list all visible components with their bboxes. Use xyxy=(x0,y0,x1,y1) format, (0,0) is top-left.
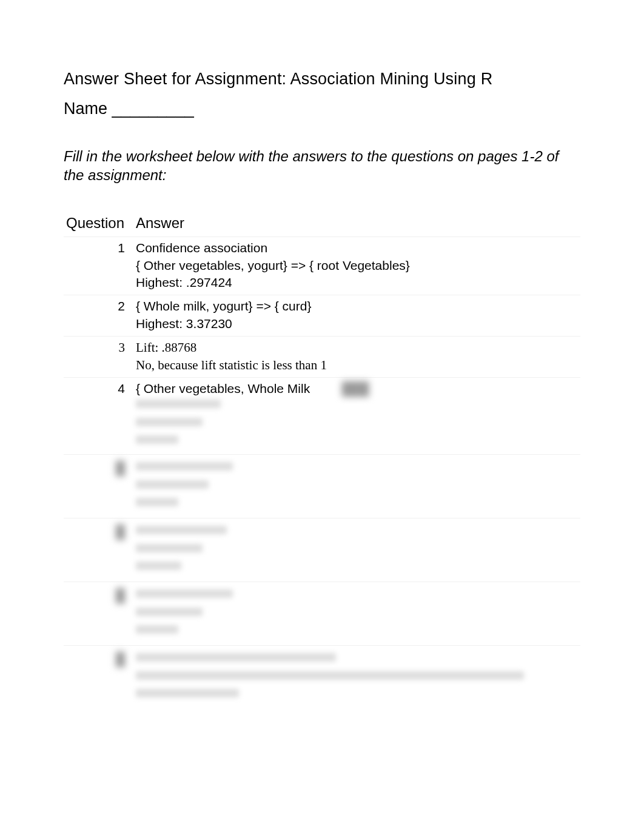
table-row: 2 { Whole milk, yogurt} => { curd} Highe… xyxy=(64,295,580,337)
answer-text: { Other vegetables, Whole Milk xyxy=(136,381,310,395)
answer-line: { Whole milk, yogurt} => { curd} xyxy=(136,298,575,315)
answer-line: Highest: 3.37230 xyxy=(136,315,575,332)
obscured-line xyxy=(136,605,575,623)
obscured-line xyxy=(136,669,575,686)
answer-line: Highest: .297424 xyxy=(136,274,575,291)
answers-table: Question Answer 1 Confidence association… xyxy=(64,211,580,709)
answer-cell: Confidence association { Other vegetable… xyxy=(133,237,580,295)
table-row: █ xyxy=(64,455,580,518)
obscured-line xyxy=(136,651,575,668)
obscured-line xyxy=(136,559,575,577)
answer-cell xyxy=(133,582,580,646)
name-field-label: Name _________ xyxy=(64,99,580,118)
answer-cell xyxy=(133,455,580,518)
answer-cell xyxy=(133,646,580,709)
obscured-text: ███ xyxy=(314,381,369,395)
obscured-line xyxy=(136,523,575,541)
obscured-line xyxy=(136,686,575,704)
page-title: Answer Sheet for Assignment: Association… xyxy=(64,70,580,89)
answer-cell: { Other vegetables, Whole Milk ███ xyxy=(133,377,580,454)
question-number: █ xyxy=(64,455,133,518)
table-row: █ xyxy=(64,582,580,646)
table-row: █ xyxy=(64,646,580,709)
header-question: Question xyxy=(64,211,133,237)
answer-line: { Other vegetables, Whole Milk ███ xyxy=(136,380,575,397)
table-row: █ xyxy=(64,518,580,582)
question-number: 1 xyxy=(64,237,133,295)
obscured-line xyxy=(136,623,575,640)
instructions-text: Fill in the worksheet below with the ans… xyxy=(64,147,580,184)
answer-line: Confidence association xyxy=(136,240,575,257)
answer-line: { Other vegetables, yogurt} => { root Ve… xyxy=(136,257,575,274)
obscured-line xyxy=(136,460,575,477)
answer-cell: { Whole milk, yogurt} => { curd} Highest… xyxy=(133,295,580,337)
question-number: █ xyxy=(64,518,133,582)
obscured-line xyxy=(136,415,575,433)
table-row: 1 Confidence association { Other vegetab… xyxy=(64,237,580,295)
question-number: █ xyxy=(64,646,133,709)
question-number: █ xyxy=(64,582,133,646)
answer-line: No, because lift statistic is less than … xyxy=(136,357,575,374)
obscured-line xyxy=(136,587,575,605)
table-header-row: Question Answer xyxy=(64,211,580,237)
obscured-line xyxy=(136,433,575,451)
question-number: 3 xyxy=(64,337,133,378)
answer-cell: Lift: .88768 No, because lift statistic … xyxy=(133,337,580,378)
header-answer: Answer xyxy=(133,211,580,237)
question-number: 2 xyxy=(64,295,133,337)
obscured-line xyxy=(136,397,575,415)
answer-line: Lift: .88768 xyxy=(136,339,575,356)
table-row: 4 { Other vegetables, Whole Milk ███ xyxy=(64,377,580,454)
obscured-line xyxy=(136,478,575,495)
question-number: 4 xyxy=(64,377,133,454)
answer-cell xyxy=(133,518,580,582)
table-row: 3 Lift: .88768 No, because lift statisti… xyxy=(64,337,580,378)
obscured-line xyxy=(136,495,575,513)
obscured-line xyxy=(136,542,575,559)
